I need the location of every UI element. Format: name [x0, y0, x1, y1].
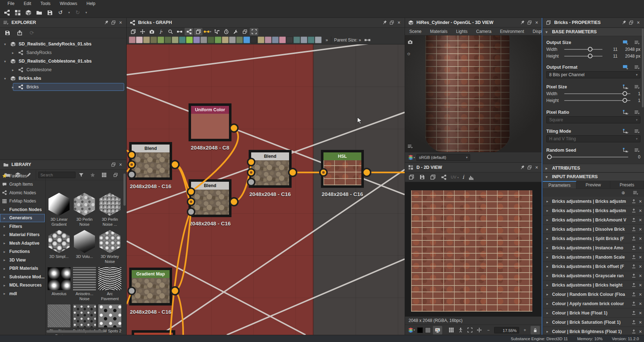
palette-swatch[interactable]: [215, 36, 221, 43]
category-3d-view[interactable]: ▸3D View: [0, 256, 45, 264]
menu-windows[interactable]: Windows: [55, 0, 82, 8]
palette-swatch[interactable]: [301, 36, 307, 43]
view2d-float-icon[interactable]: [526, 164, 533, 171]
properties-scrollbar[interactable]: [642, 29, 644, 107]
node-blend-3[interactable]: Blend 2048x2048 - C16: [249, 150, 292, 188]
colorspace-layers-icon[interactable]: ▾: [408, 154, 415, 161]
tree-package-cobblestone[interactable]: ▾ SD_Realistic_Cobblestone_01.sbs: [0, 57, 126, 65]
section-base-parameters[interactable]: ▾BASE PARAMETERS: [543, 28, 644, 36]
library-horizontal-scrollbar[interactable]: [47, 330, 104, 333]
category-generators-selected[interactable]: ▸Generators: [0, 214, 45, 223]
chevron-down-icon[interactable]: ▾: [3, 59, 7, 63]
palette-swatch[interactable]: [272, 36, 279, 43]
viewport-tree-icon[interactable]: [406, 143, 414, 150]
pixel-ratio-inherit-icon[interactable]: [622, 109, 629, 116]
viewport-camera-icon[interactable]: [406, 38, 414, 45]
new-function-icon[interactable]: [13, 8, 22, 17]
input-parameter-row[interactable]: ▸Colour | Random Brick Colour (Floa×: [543, 290, 644, 299]
input-parameter-row[interactable]: ▸Bricks adjustments | Instance Amo×: [543, 243, 644, 253]
explorer-float-icon[interactable]: [110, 19, 117, 26]
pixel-width-value[interactable]: 1: [633, 91, 640, 96]
palette-swatch[interactable]: [208, 36, 214, 43]
properties-close-icon[interactable]: ×: [635, 19, 642, 26]
palette-swatch[interactable]: [143, 36, 150, 43]
input-parameter-row[interactable]: ▸Bricks adjustments | Bricks adjustm×: [543, 197, 644, 206]
palette-swatch[interactable]: [157, 36, 164, 43]
menu-tools[interactable]: Tools: [36, 0, 55, 8]
colorspace-layers-icon[interactable]: ▾: [408, 327, 415, 334]
output-height-slider[interactable]: [564, 56, 602, 57]
histogram-icon[interactable]: [468, 174, 475, 181]
pixel-height-value[interactable]: 1: [633, 98, 640, 103]
library-item[interactable]: BnW Spots 2: [98, 304, 122, 333]
random-seed-value[interactable]: 0: [631, 155, 640, 160]
category-mdl[interactable]: ▸mdl: [0, 289, 45, 298]
palette-swatch[interactable]: [243, 36, 250, 43]
palette-swatch[interactable]: [236, 36, 243, 43]
explorer-pin-icon[interactable]: [103, 19, 110, 26]
panel-splitter[interactable]: [542, 18, 542, 335]
graph-float-icon[interactable]: [388, 19, 395, 26]
library-item[interactable]: Arc Pavement: [98, 267, 122, 301]
category-filters[interactable]: ▸Filters: [0, 222, 45, 231]
tree-package-bricks[interactable]: ▾ Bricks.sbs: [0, 74, 126, 83]
library-item[interactable]: 3D Perlin Noise ...: [98, 193, 122, 227]
zoom-lock-icon[interactable]: [531, 326, 540, 334]
library-close-icon[interactable]: ×: [117, 161, 124, 168]
viewport-light-icon[interactable]: ☼: [406, 50, 414, 56]
palette-swatch[interactable]: [308, 36, 314, 43]
palette-swatch[interactable]: [258, 36, 264, 43]
library-item[interactable]: Alveolus: [47, 267, 71, 296]
new-package-icon[interactable]: [24, 8, 33, 17]
category-mdl-resources[interactable]: ▸MDL Resources: [0, 281, 45, 290]
explorer-export-icon[interactable]: [15, 29, 24, 37]
library-item[interactable]: 3D Linear Gradient: [47, 193, 71, 227]
timing-icon[interactable]: [222, 28, 230, 35]
output-format-inherit-icon[interactable]: [622, 64, 629, 71]
output-width-value[interactable]: 11: [605, 47, 618, 52]
chevron-down-icon[interactable]: ▾: [3, 42, 7, 46]
tree-graph-sandyrocks[interactable]: ▸ SandyRocks: [0, 48, 126, 57]
elbow-connection-icon[interactable]: [213, 28, 221, 35]
palette-swatch[interactable]: [129, 36, 136, 43]
section-input-parameters[interactable]: ▾INPUT PARAMETERS: [543, 172, 644, 181]
category-functions[interactable]: ▸Functions: [0, 248, 45, 256]
parameter-menu-icon[interactable]: [632, 189, 639, 196]
chevron-right-icon[interactable]: ▸: [11, 68, 15, 72]
input-parameter-row[interactable]: ▸Bricks adjustments | Split Bricks (F×: [543, 234, 644, 243]
compact-material-icon[interactable]: [194, 28, 203, 35]
output-format-menu-icon[interactable]: [633, 64, 640, 71]
chevron-right-icon[interactable]: ▸: [11, 51, 15, 55]
output-width-slider[interactable]: [564, 49, 602, 50]
node-uniform-color[interactable]: Uniform Color 2048x2048 - C8: [189, 103, 231, 141]
category-pbr-materials[interactable]: ▸PBR Materials: [0, 264, 45, 273]
chevron-right-icon[interactable]: ▸: [11, 85, 15, 89]
pixel-ratio-menu-icon[interactable]: [633, 109, 640, 116]
view2d-canvas[interactable]: [405, 182, 543, 317]
zoom-icon[interactable]: [166, 28, 175, 35]
zoom-level-field[interactable]: 17.55%: [494, 327, 519, 333]
library-item[interactable]: Anisotro... Noise: [73, 267, 96, 301]
pixel-size-menu-icon[interactable]: [633, 83, 640, 91]
palette-swatch[interactable]: [150, 36, 157, 43]
input-parameter-row[interactable]: ▸Bricks adjustments | Dissolve Brick×: [543, 225, 644, 234]
node-gradient-map[interactable]: Gradient Map 2048x2048 - C16: [129, 268, 172, 306]
graph-close-icon[interactable]: ×: [395, 19, 402, 26]
copy-image-icon[interactable]: [429, 174, 436, 181]
palette-swatch[interactable]: [229, 36, 236, 43]
section-attributes[interactable]: ▸ATTRIBUTES: [543, 164, 644, 172]
properties-float-icon[interactable]: [628, 19, 635, 26]
output-format-select[interactable]: 8 Bits per Channel▾: [546, 71, 640, 78]
category-mesh-adaptive[interactable]: ▸Mesh Adaptive: [0, 239, 45, 248]
palette-swatch[interactable]: [293, 36, 300, 43]
input-parameter-row[interactable]: ▸Bricks adjustments | BrickAmount V×: [543, 215, 644, 225]
input-parameter-row[interactable]: ▸Bricks adjustments | Grayscale ran×: [543, 271, 644, 280]
node-blend-2[interactable]: Blend 2048x2048 - C16: [189, 179, 231, 217]
menu-help[interactable]: Help: [82, 0, 100, 8]
pixel-ratio-select[interactable]: Square▾: [546, 116, 640, 123]
library-item[interactable]: BnW Spots 1: [73, 304, 96, 333]
undo-dropdown-icon[interactable]: ▾: [67, 8, 72, 17]
explorer-reload-icon[interactable]: ⟳: [27, 29, 36, 37]
view2d-close-icon[interactable]: ×: [533, 164, 540, 171]
category-function-nodes[interactable]: ▸Function Nodes: [0, 205, 45, 214]
